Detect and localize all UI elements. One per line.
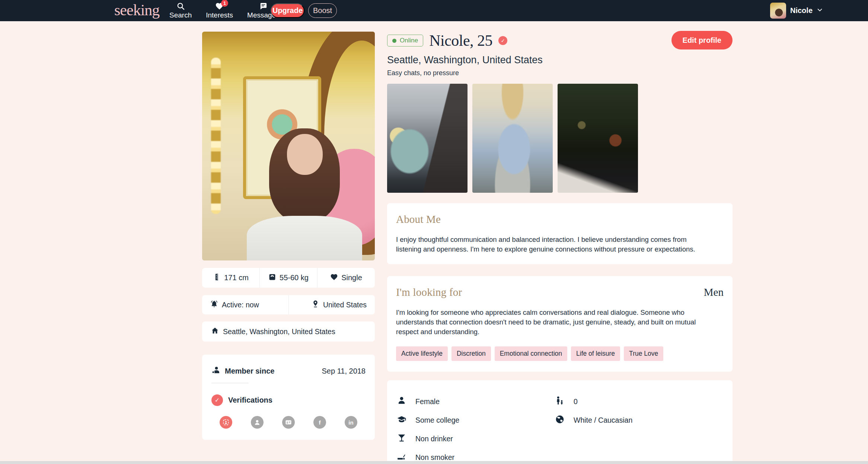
online-status-label: Online — [400, 37, 418, 44]
about-me-card: About Me I enjoy thoughtful communicatio… — [387, 203, 733, 264]
member-since-label: Member since — [225, 367, 274, 375]
selfie-badge-icon[interactable] — [220, 416, 232, 429]
ruler-icon — [213, 273, 221, 283]
tag-life-of-leisure: Life of leisure — [571, 346, 620, 361]
looking-for-card: I'm looking for Men I'm looking for some… — [387, 276, 733, 372]
profile-tagline: Easy chats, no pressure — [387, 69, 733, 77]
map-pin-icon — [312, 300, 319, 310]
country-status: United States — [288, 295, 375, 314]
left-column: 171 cm 55-60 kg Single Active: now — [202, 32, 375, 440]
interest-tags: Active lifestyle Discretion Emotional co… — [396, 346, 724, 361]
verified-check-icon: ✓ — [498, 36, 507, 45]
nav-search[interactable]: Search — [169, 2, 192, 19]
active-status-value: Active: now — [222, 301, 259, 309]
member-since-label-group: Member since — [211, 366, 274, 377]
smoking-value: Non smoker — [415, 453, 454, 462]
online-dot — [392, 39, 396, 43]
tag-emotional-connection: Emotional connection — [495, 346, 567, 361]
right-column: Online Nicole, 25 ✓ Edit profile Seattle… — [387, 32, 733, 464]
education-value: Some college — [415, 416, 459, 425]
weight-value: 55-60 kg — [280, 273, 309, 282]
about-me-text: I enjoy thoughtful communication and bal… — [396, 235, 712, 254]
relationship-value: Single — [341, 273, 362, 282]
nav-search-label: Search — [169, 11, 192, 19]
verifications-title: Verifications — [228, 396, 272, 404]
nav-items: Search 1 Interests Messages — [169, 0, 280, 21]
page-content: 171 cm 55-60 kg Single Active: now — [0, 21, 868, 464]
ethnicity-value: White / Caucasian — [574, 416, 632, 425]
verified-check-icon: ✓ — [211, 394, 223, 406]
active-status: Active: now — [202, 295, 288, 314]
photo-lights-decor — [211, 58, 221, 214]
member-since-date: Sep 11, 2018 — [322, 367, 366, 375]
drinking-value: Non drinker — [415, 435, 453, 443]
photo-gallery — [387, 84, 733, 193]
member-since-icon — [211, 366, 220, 377]
upgrade-button[interactable]: Upgrade — [271, 3, 304, 18]
height-value: 171 cm — [224, 273, 249, 282]
drinking-attribute: Non drinker — [397, 433, 555, 445]
chevron-down-icon — [817, 7, 823, 15]
main-profile-photo[interactable] — [202, 32, 375, 260]
home-icon — [211, 327, 219, 336]
tag-discretion: Discretion — [451, 346, 491, 361]
linkedin-badge-icon[interactable]: in — [345, 416, 357, 429]
boost-button[interactable]: Boost — [308, 3, 337, 18]
membership-card: Member since Sep 11, 2018 ✓ Verification… — [202, 355, 375, 440]
martini-icon — [397, 433, 406, 445]
globe-icon — [555, 415, 565, 426]
tag-active-lifestyle: Active lifestyle — [396, 346, 448, 361]
avatar — [770, 3, 786, 19]
photo-person-face — [287, 134, 323, 175]
ethnicity-attribute: White / Caucasian — [555, 415, 723, 426]
user-menu-name: Nicole — [790, 6, 813, 15]
stats-card: 171 cm 55-60 kg Single — [202, 268, 375, 288]
graduation-cap-icon — [397, 415, 406, 426]
education-attribute: Some college — [397, 415, 555, 426]
about-me-title: About Me — [396, 213, 724, 225]
member-divider — [211, 383, 249, 383]
chat-icon — [259, 2, 268, 10]
tag-true-love: True Love — [624, 346, 663, 361]
gender-attribute: Female — [397, 396, 555, 407]
looking-for-text: I'm looking for someone who appreciates … — [396, 308, 712, 337]
children-value: 0 — [574, 397, 578, 406]
profile-name-age: Nicole, 25 — [429, 32, 492, 49]
photo-person-sweater — [247, 216, 362, 260]
gallery-photo-3[interactable] — [558, 84, 638, 193]
heart-icon — [330, 273, 338, 283]
relationship-stat: Single — [317, 268, 375, 288]
bottom-edge-strip — [0, 461, 868, 464]
nav-interests[interactable]: 1 Interests — [206, 2, 233, 19]
height-stat: 171 cm — [202, 268, 259, 288]
weight-stat: 55-60 kg — [259, 268, 317, 288]
person-badge-icon[interactable] — [251, 416, 264, 429]
interests-notification-badge: 1 — [221, 0, 228, 7]
online-status-badge: Online — [387, 35, 423, 47]
member-since-row: Member since Sep 11, 2018 — [211, 366, 366, 377]
bell-icon — [210, 300, 218, 310]
looking-for-target: Men — [704, 286, 724, 298]
gallery-photo-2[interactable] — [472, 84, 553, 193]
id-card-badge-icon[interactable] — [282, 416, 295, 429]
gallery-photo-1[interactable] — [387, 84, 467, 193]
home-location-value: Seattle, Washington, United States — [223, 327, 335, 336]
home-location-card: Seattle, Washington, United States — [202, 321, 375, 342]
attributes-card: Female Some college Non drinker — [387, 380, 733, 464]
gender-value: Female — [415, 397, 440, 406]
attributes-right-column: 0 White / Caucasian — [555, 396, 723, 463]
facebook-badge-icon[interactable]: f — [313, 416, 326, 429]
nav-interests-label: Interests — [206, 11, 233, 19]
profile-location: Seattle, Washington, United States — [387, 54, 733, 66]
activity-card: Active: now United States — [202, 295, 375, 314]
profile-header: Online Nicole, 25 ✓ Edit profile Seattle… — [387, 32, 733, 77]
seeking-logo[interactable]: seeking — [114, 1, 159, 19]
edit-profile-button[interactable]: Edit profile — [671, 31, 733, 49]
top-navbar: seeking Search 1 Interests Messages Upgr… — [0, 0, 868, 21]
parent-child-icon — [555, 396, 565, 407]
verification-badges: f in — [211, 416, 366, 429]
country-value: United States — [323, 301, 367, 309]
user-menu[interactable]: Nicole — [770, 3, 823, 19]
children-attribute: 0 — [555, 396, 723, 407]
looking-for-title: I'm looking for — [396, 286, 462, 298]
